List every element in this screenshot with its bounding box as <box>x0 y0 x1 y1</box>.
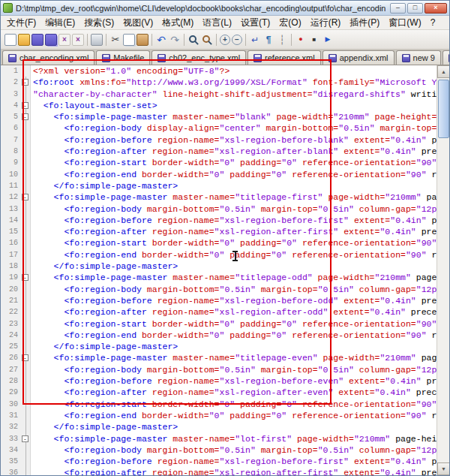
line-number[interactable]: 30 <box>1 399 21 410</box>
code-text[interactable]: <fo:region-before region-name="xsl-regio… <box>31 134 436 146</box>
close-button[interactable]: × <box>424 3 447 14</box>
code-text[interactable]: <?xml version="1.0" encoding="UTF-8"?> <box>31 65 436 77</box>
line-number[interactable]: 20 <box>1 284 21 295</box>
line-number[interactable]: 21 <box>1 295 21 306</box>
line-number[interactable]: 18 <box>1 261 21 272</box>
code-text[interactable]: <fo:region-before region-name="xsl-regio… <box>31 375 436 387</box>
line-number[interactable]: 5 <box>1 111 21 122</box>
menu-item[interactable]: 窗口(W) <box>384 16 425 30</box>
line-number[interactable]: 19 <box>1 272 21 283</box>
line-number[interactable]: 16 <box>1 237 21 249</box>
play-macro-icon[interactable]: ▶ <box>322 34 334 46</box>
paste-icon[interactable] <box>136 34 148 46</box>
code-line[interactable]: 20 <fo:region-body margin-bottom="0.5in"… <box>1 284 436 295</box>
menu-item[interactable]: 运行(R) <box>306 16 346 30</box>
code-text[interactable]: <fo:region-body margin-bottom="0.5in" ma… <box>31 444 436 456</box>
find-icon[interactable] <box>188 34 200 46</box>
code-line[interactable]: 2-<fo:root xmlns:fo="http://www.w3.org/1… <box>1 77 436 88</box>
line-number[interactable]: 4 <box>1 100 21 111</box>
record-macro-icon[interactable]: ● <box>295 34 307 46</box>
line-number[interactable]: 6 <box>1 122 21 134</box>
copy-icon[interactable] <box>123 34 135 46</box>
scroll-down-arrow[interactable]: ▼ <box>437 462 449 475</box>
line-number[interactable]: 29 <box>1 387 21 398</box>
line-number[interactable]: 11 <box>1 180 21 191</box>
code-line[interactable]: 4- <fo:layout-master-set> <box>1 100 436 111</box>
line-number[interactable]: 26 <box>1 352 21 363</box>
code-text[interactable]: <fo:region-after region-name="xsl-region… <box>31 146 436 157</box>
code-text[interactable]: <fo:region-end border-width="0" padding=… <box>31 169 436 180</box>
open-folder-icon[interactable] <box>18 34 30 46</box>
code-text[interactable]: <fo:region-end border-width="0" padding=… <box>31 410 436 421</box>
code-line[interactable]: 5- <fo:simple-page-master master-name="b… <box>1 111 436 122</box>
editor-area[interactable]: 1<?xml version="1.0" encoding="UTF-8"?>2… <box>1 65 449 475</box>
code-line[interactable]: 31 <fo:region-end border-width="0" paddi… <box>1 410 436 421</box>
line-number[interactable]: 36 <box>1 467 21 475</box>
undo-icon[interactable]: ↶ <box>155 34 167 46</box>
code-text[interactable]: <fo:region-before region-name="xsl-regio… <box>31 456 436 467</box>
code-line[interactable]: 30 <fo:region-start border-width="0" pad… <box>1 399 436 410</box>
redo-icon[interactable]: ↷ <box>169 34 181 46</box>
code-line[interactable]: 15 <fo:region-after region-name="xsl-reg… <box>1 226 436 237</box>
line-number[interactable]: 32 <box>1 421 21 432</box>
code-text[interactable]: <fo:region-end border-width="0" padding=… <box>31 330 436 341</box>
code-line[interactable]: 17 <fo:region-end border-width="0" paddi… <box>1 249 436 261</box>
code-text[interactable]: <fo:region-start border-width="0" paddin… <box>31 157 436 168</box>
save-icon[interactable] <box>32 34 44 46</box>
code-line[interactable]: 27 <fo:region-body margin-bottom="0.5in"… <box>1 364 436 375</box>
line-number[interactable]: 12 <box>1 191 21 203</box>
line-number[interactable]: 2 <box>1 77 21 88</box>
code-line[interactable]: 9 <fo:region-start border-width="0" padd… <box>1 157 436 168</box>
code-text[interactable]: <fo:region-start border-width="0" paddin… <box>31 237 436 249</box>
document-tab[interactable]: ch02_enc_type.xml <box>152 50 246 65</box>
line-number[interactable]: 27 <box>1 364 21 375</box>
code-line[interactable]: 24 <fo:region-end border-width="0" paddi… <box>1 330 436 341</box>
code-text[interactable]: <fo:simple-page-master master-name="blan… <box>31 111 436 122</box>
code-text[interactable]: <fo:region-body margin-bottom="0.5in" ma… <box>31 284 436 295</box>
line-number[interactable]: 17 <box>1 249 21 261</box>
line-number[interactable]: 34 <box>1 444 21 456</box>
code-line[interactable]: 19- <fo:simple-page-master master-name="… <box>1 272 436 283</box>
cut-icon[interactable]: ✂ <box>110 34 122 46</box>
line-number[interactable]: 10 <box>1 169 21 180</box>
code-text[interactable]: <fo:region-before region-name="xsl-regio… <box>31 295 436 306</box>
line-number[interactable]: 9 <box>1 157 21 168</box>
code-text[interactable]: <fo:region-body display-align="center" m… <box>31 122 436 134</box>
code-line[interactable]: 10 <fo:region-end border-width="0" paddi… <box>1 169 436 180</box>
scroll-up-arrow[interactable]: ▲ <box>437 65 449 78</box>
code-text[interactable]: <fo:simple-page-master master-name="titl… <box>31 352 436 363</box>
menu-item[interactable]: 插件(P) <box>345 16 384 30</box>
code-text[interactable]: <fo:layout-master-set> <box>31 100 436 111</box>
menu-item[interactable]: 格式(M) <box>158 16 198 30</box>
code-text[interactable]: <fo:region-after region-name="xsl-region… <box>31 226 436 237</box>
line-number[interactable]: 15 <box>1 226 21 237</box>
code-line[interactable]: 26- <fo:simple-page-master master-name="… <box>1 352 436 363</box>
title-bar[interactable]: D:\tmp\tmp_dev_root\cgwin\home\CLI\devel… <box>1 1 449 16</box>
line-number[interactable]: 23 <box>1 318 21 330</box>
menu-item[interactable]: 语言(L) <box>198 16 236 30</box>
zoom-out-icon[interactable]: − <box>232 35 242 45</box>
code-line[interactable]: 34 <fo:region-body margin-bottom="0.5in"… <box>1 444 436 456</box>
fold-collapse-icon[interactable]: - <box>22 194 28 200</box>
fold-collapse-icon[interactable]: - <box>22 354 28 361</box>
line-number[interactable]: 8 <box>1 146 21 157</box>
code-line[interactable]: 22 <fo:region-after region-name="xsl-reg… <box>1 306 436 318</box>
fold-collapse-icon[interactable]: - <box>22 435 28 442</box>
code-text[interactable]: <fo:simple-page-master master-name="titl… <box>31 272 436 283</box>
code-text[interactable]: <fo:region-start border-width="0" paddin… <box>31 399 436 410</box>
code-text[interactable]: <fo:region-body margin-bottom="0.5in" ma… <box>31 203 436 215</box>
print-icon[interactable] <box>91 34 103 46</box>
close-icon[interactable]: × <box>58 34 70 46</box>
document-tab[interactable]: appendix.xml <box>322 50 394 65</box>
menu-item[interactable]: 宏(O) <box>274 16 305 30</box>
replace-icon[interactable] <box>201 34 213 46</box>
document-tab[interactable]: ch03_faq.xml <box>442 50 449 65</box>
line-number[interactable]: 25 <box>1 341 21 352</box>
document-tab[interactable]: new 9 <box>396 50 441 65</box>
minimize-button[interactable]: – <box>390 3 406 14</box>
code-text[interactable]: <fo:region-start border-width="0" paddin… <box>31 318 436 330</box>
code-text[interactable]: <fo:simple-page-master master-name="titl… <box>31 191 436 203</box>
code-line[interactable]: 28 <fo:region-before region-name="xsl-re… <box>1 375 436 387</box>
line-number[interactable]: 14 <box>1 215 21 226</box>
menu-item[interactable]: 设置(T) <box>236 16 274 30</box>
